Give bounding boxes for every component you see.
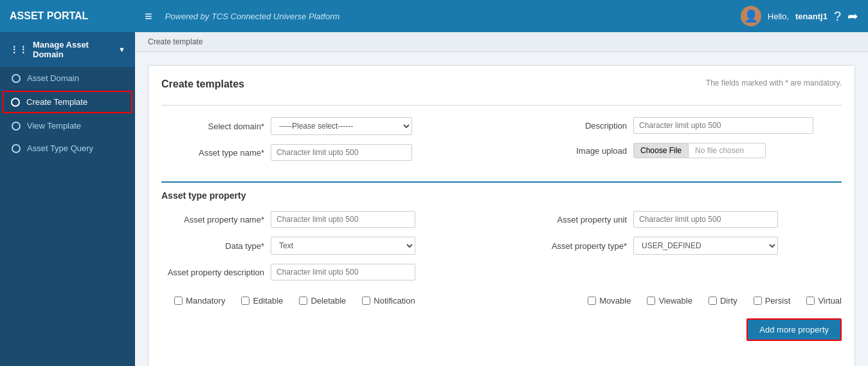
sidebar-item-label: Create Template: [26, 97, 87, 107]
sidebar-item-label: Asset Type Query: [27, 143, 93, 153]
select-domain-dropdown[interactable]: -----Please select------: [271, 117, 412, 135]
breadcrumb: Create template: [135, 32, 868, 52]
mandatory-checkbox[interactable]: [174, 297, 183, 305]
checkbox-editable[interactable]: Editable: [241, 296, 283, 306]
editable-checkbox[interactable]: [241, 297, 249, 305]
property-name-label: Asset property name*: [161, 215, 264, 224]
property-unit-label: Asset property unit: [524, 215, 627, 224]
virtual-label: Virtual: [818, 296, 842, 306]
property-unit-input[interactable]: [633, 211, 778, 228]
mandatory-label: Mandatory: [186, 296, 225, 306]
checkbox-mandatory[interactable]: Mandatory: [174, 296, 225, 306]
sidebar-item-asset-domain[interactable]: Asset Domain: [0, 67, 135, 89]
powered-by-text: Powered by TCS Connected Universe Platfo…: [165, 12, 741, 21]
data-type-dropdown[interactable]: Text Number Date Boolean: [271, 237, 415, 255]
file-name-text: No file chosen: [689, 143, 766, 158]
card-title: Create templates: [161, 78, 244, 90]
persist-label: Persist: [765, 296, 791, 306]
hello-text: Hello,: [768, 12, 789, 21]
notification-label: Notification: [374, 296, 415, 306]
brand-title: ASSET PORTAL: [10, 10, 145, 22]
property-type-row: Asset property type* USER_DEFINED SYSTEM…: [524, 237, 842, 255]
checkbox-movable[interactable]: Movable: [588, 296, 631, 306]
property-type-label: Asset property type*: [524, 241, 627, 251]
checkboxes-row: Mandatory Editable Deletable Notifi: [161, 296, 842, 306]
grid-icon: ⋮⋮: [10, 44, 28, 55]
mandatory-note: The fields marked with * are mandatory.: [706, 78, 842, 87]
persist-checkbox[interactable]: [754, 297, 762, 305]
description-input[interactable]: [633, 117, 813, 134]
username-text: tenantj1: [795, 12, 827, 21]
content-area: Create templates The fields marked with …: [135, 52, 868, 366]
property-type-dropdown[interactable]: USER_DEFINED SYSTEM_DEFINED: [633, 237, 778, 255]
bullet-icon: [12, 144, 21, 153]
notification-checkbox[interactable]: [362, 297, 370, 305]
select-domain-row: Select domain* -----Please select------: [161, 117, 479, 135]
user-area: 👤 Hello, tenantj1 ? ➦: [741, 6, 858, 26]
property-unit-row: Asset property unit: [524, 211, 842, 228]
right-col: Description Image upload Choose File No …: [505, 117, 842, 170]
asset-type-name-input[interactable]: [271, 144, 412, 161]
sidebar-item-create-template[interactable]: Create Template: [3, 91, 132, 113]
dirty-checkbox[interactable]: [709, 297, 717, 305]
file-upload-control: Choose File No file chosen: [633, 143, 766, 158]
checkbox-viewable[interactable]: Viewable: [647, 296, 692, 306]
sidebar: ⋮⋮ Manage Asset Domain ▼ Asset Domain Cr…: [0, 32, 135, 366]
checkbox-notification[interactable]: Notification: [362, 296, 415, 306]
add-property-container: Add more property: [161, 306, 842, 341]
data-type-row: Data type* Text Number Date Boolean: [161, 237, 479, 255]
sidebar-item-label: Asset Domain: [27, 73, 79, 83]
property-form: Asset property name* Data type* Text Num…: [161, 211, 842, 289]
left-col: Select domain* -----Please select------ …: [161, 117, 479, 170]
movable-label: Movable: [599, 296, 631, 306]
sidebar-header[interactable]: ⋮⋮ Manage Asset Domain ▼: [0, 32, 135, 67]
data-type-label: Data type*: [161, 241, 264, 251]
image-upload-label: Image upload: [524, 146, 627, 156]
property-right-col: Asset property unit Asset property type*…: [505, 211, 842, 289]
sidebar-item-view-template[interactable]: View Template: [0, 114, 135, 137]
logout-icon[interactable]: ➦: [847, 8, 858, 24]
top-header: ASSET PORTAL ≡ Powered by TCS Connected …: [0, 0, 868, 32]
hamburger-icon[interactable]: ≡: [145, 9, 152, 24]
sidebar-item-label: View Template: [27, 121, 81, 131]
viewable-label: Viewable: [658, 296, 692, 306]
virtual-checkbox[interactable]: [806, 297, 815, 305]
property-name-row: Asset property name*: [161, 211, 479, 228]
main-content: Create template Create templates The fie…: [135, 32, 868, 366]
layout: ⋮⋮ Manage Asset Domain ▼ Asset Domain Cr…: [0, 32, 868, 366]
chevron-down-icon: ▼: [118, 46, 125, 53]
deletable-checkbox[interactable]: [299, 297, 307, 305]
property-section: Asset type property Asset property name*…: [161, 181, 842, 341]
movable-checkbox[interactable]: [588, 297, 596, 305]
property-desc-input[interactable]: [271, 264, 415, 280]
sidebar-item-asset-type-query[interactable]: Asset Type Query: [0, 137, 135, 160]
asset-type-name-label: Asset type name*: [161, 148, 264, 158]
dirty-label: Dirty: [720, 296, 737, 306]
deletable-label: Deletable: [311, 296, 346, 306]
bullet-icon: [11, 98, 20, 107]
card-title-row: Create templates The fields marked with …: [161, 78, 842, 105]
property-desc-row: Asset property description: [161, 264, 479, 280]
choose-file-button[interactable]: Choose File: [633, 143, 689, 158]
bullet-icon: [12, 122, 21, 131]
select-domain-label: Select domain*: [161, 122, 264, 131]
asset-type-name-row: Asset type name*: [161, 144, 479, 161]
viewable-checkbox[interactable]: [647, 297, 655, 305]
property-left-col: Asset property name* Data type* Text Num…: [161, 211, 479, 289]
checkbox-dirty[interactable]: Dirty: [709, 296, 737, 306]
avatar: 👤: [741, 6, 761, 26]
checkbox-persist[interactable]: Persist: [754, 296, 791, 306]
property-section-title: Asset type property: [161, 190, 842, 201]
checkbox-virtual[interactable]: Virtual: [806, 296, 842, 306]
checkbox-deletable[interactable]: Deletable: [299, 296, 346, 306]
editable-label: Editable: [253, 296, 283, 306]
sidebar-menu-title: Manage Asset Domain: [33, 40, 118, 59]
main-card: Create templates The fields marked with …: [148, 65, 855, 366]
help-icon[interactable]: ?: [834, 9, 841, 24]
add-more-property-button[interactable]: Add more property: [746, 318, 842, 341]
top-form: Select domain* -----Please select------ …: [161, 117, 842, 170]
image-upload-row: Image upload Choose File No file chosen: [524, 143, 842, 158]
property-name-input[interactable]: [271, 211, 415, 228]
property-desc-label: Asset property description: [161, 268, 264, 277]
save-container: Save: [161, 352, 842, 366]
